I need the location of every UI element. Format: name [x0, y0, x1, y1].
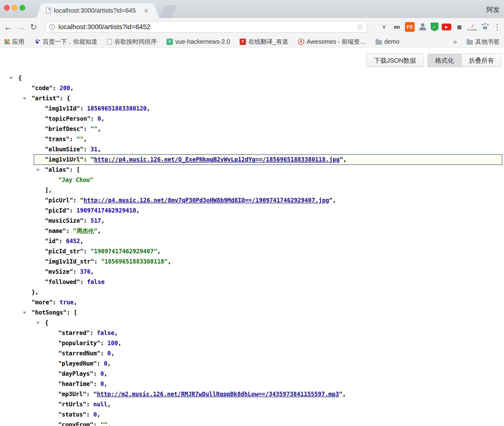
json-token: "more"	[32, 299, 53, 306]
json-line: "starredNum": 0,	[0, 348, 504, 358]
collapse-triangle-icon[interactable]	[23, 312, 26, 314]
back-button[interactable]: ←	[2, 23, 15, 32]
json-token: ,	[104, 381, 107, 387]
bookmark-star-icon[interactable]: ☆	[356, 22, 363, 32]
bookmark-item[interactable]: demo	[376, 38, 400, 45]
page-icon	[107, 39, 112, 45]
person-icon[interactable]	[418, 22, 428, 32]
json-token: :	[93, 421, 101, 426]
json-token: "mvSize"	[45, 268, 73, 275]
player-icon[interactable]: ♪PLAYER	[467, 22, 477, 32]
json-token: ,	[74, 299, 77, 306]
json-token: ,	[98, 228, 101, 234]
window-zoom-button[interactable]	[19, 5, 25, 11]
paw-icon[interactable]	[480, 22, 490, 32]
json-line: "alias": [	[0, 165, 504, 175]
bookmark-item[interactable]: 百度一下，你就知道	[34, 38, 97, 46]
bookmark-item[interactable]: AAwesomes - 前端资…	[298, 38, 366, 46]
json-token: :	[53, 85, 60, 92]
folder-icon	[467, 40, 473, 45]
json-line: "mvSize": 376,	[0, 267, 504, 277]
json-token: ,	[84, 136, 87, 143]
json-link[interactable]: http://m2.music.126.net/RMJR7wDullRqppBk…	[97, 391, 339, 398]
page-info-icon[interactable]: i	[49, 24, 55, 30]
json-token: "Jay Chou"	[58, 177, 93, 183]
collapse-triangle-icon[interactable]	[9, 77, 13, 79]
bookmark-item[interactable]: 应用	[4, 38, 24, 46]
profile-name[interactable]: 阿发	[487, 5, 500, 14]
json-line: "hotSongs": [	[0, 307, 504, 318]
folder-icon	[376, 40, 382, 45]
url-text[interactable]: localhost:3000/artists?id=6452	[59, 23, 356, 31]
other-bookmarks-folder[interactable]: 其他书签	[467, 38, 500, 46]
json-viewer: {"code": 200,"artist": {"img1v1Id": 1856…	[0, 73, 504, 426]
json-token: "18569651883380118"	[101, 258, 168, 265]
baidu-icon	[34, 39, 40, 45]
json-token: ,	[101, 217, 104, 224]
tab-title: localhost:3000/artists?id=645	[54, 7, 141, 14]
json-token: :	[97, 360, 104, 367]
window-minimize-button[interactable]	[12, 5, 17, 11]
browser-menu-button[interactable]: ⋮	[493, 18, 501, 36]
format-button[interactable]: 格式化	[428, 54, 462, 67]
json-token: :	[66, 228, 73, 234]
collapse-triangle-icon[interactable]	[23, 97, 26, 100]
collapse-triangle-icon[interactable]	[36, 169, 40, 171]
json-token: "name"	[45, 228, 66, 234]
json-line: {	[0, 73, 504, 83]
collapse-triangle-icon[interactable]	[36, 322, 40, 324]
translate-icon[interactable]: en	[392, 22, 402, 32]
json-token: ,	[157, 248, 160, 255]
json-link[interactable]: http://p4.music.126.net/Q_ExePNkmgB2yWyL…	[94, 156, 339, 163]
json-token: : "	[73, 197, 84, 204]
bookmark-item[interactable]: Y在线翻译_有道	[240, 38, 288, 46]
json-token: "19097417462929407"	[91, 248, 157, 255]
json-line: "followed": false	[0, 277, 504, 287]
json-token: :	[84, 126, 91, 132]
fe-icon[interactable]: FE	[405, 22, 415, 32]
window-close-button[interactable]	[4, 5, 10, 11]
json-token: 0	[93, 411, 97, 418]
json-token: "code"	[32, 85, 53, 92]
json-token: : "	[84, 156, 94, 163]
json-token: "周杰伦"	[73, 228, 98, 234]
json-token: "starred"	[58, 330, 90, 336]
json-token: ],	[45, 187, 52, 194]
json-token: "artist"	[32, 95, 60, 102]
bookmark-item[interactable]: Vvue-hackernews-2.0	[167, 38, 230, 45]
json-token: :	[59, 238, 66, 245]
bookmark-item[interactable]: 谷歌按时间排序	[107, 38, 157, 46]
collapse-all-button[interactable]: 折叠所有	[462, 54, 502, 67]
json-token: ,	[97, 411, 100, 418]
shield-icon[interactable]: ✓	[431, 23, 438, 31]
json-token: :	[100, 340, 107, 347]
json-token: {	[18, 75, 22, 81]
bookmark-label: 在线翻译_有道	[248, 38, 288, 46]
bookmarks-overflow-chevron[interactable]: »	[453, 38, 457, 46]
json-token: :	[53, 299, 60, 306]
reload-button[interactable]: ↻	[27, 23, 40, 31]
site-favicon: V	[167, 39, 173, 45]
json-token: "followed"	[45, 279, 80, 285]
new-tab-button[interactable]	[159, 5, 176, 18]
json-token: :	[73, 268, 80, 275]
browser-tab[interactable]: localhost:3000/artists?id=645 ×	[36, 3, 159, 18]
vimium-icon[interactable]: V	[379, 22, 389, 32]
json-token: "hearTime"	[58, 381, 93, 387]
qr-icon[interactable]: ▦	[454, 22, 464, 32]
json-token: ,	[147, 105, 150, 112]
json-line: "hearTime": 0,	[0, 379, 504, 389]
download-json-button[interactable]: 下载JSON数据	[367, 54, 424, 67]
json-line: "starred": false,	[0, 328, 504, 338]
json-line: "img1v1Id_str": "18569651883380118",	[0, 256, 504, 267]
json-token: :	[80, 105, 87, 112]
json-token: ,	[107, 360, 111, 367]
address-bar[interactable]: i localhost:3000/artists?id=6452 ☆	[46, 21, 367, 33]
json-link[interactable]: http://p4.music.126.net/8mv7qP30Pd3oHW8b…	[84, 197, 329, 204]
json-token: },	[32, 289, 39, 296]
json-line: "id": 6452,	[0, 236, 504, 246]
json-token: "picUrl"	[45, 197, 73, 204]
tab-close-button[interactable]: ×	[144, 7, 148, 14]
youtube-icon[interactable]: ▶	[442, 24, 451, 30]
json-token: 0	[98, 115, 101, 122]
